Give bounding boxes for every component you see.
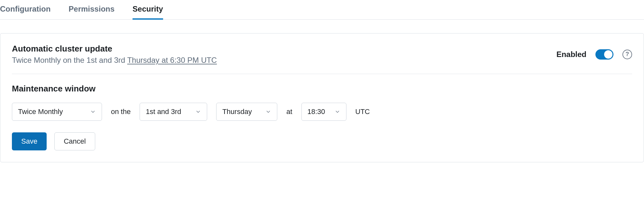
time-select[interactable]: 18:30 [301, 103, 346, 121]
chevron-down-icon [265, 109, 271, 115]
toggle-knob [604, 50, 612, 59]
time-value: 18:30 [308, 108, 325, 116]
word-at: at [286, 108, 292, 116]
maintenance-section: Maintenance window Twice Monthly on the … [12, 74, 632, 150]
panel-header: Automatic cluster update Twice Monthly o… [12, 44, 632, 74]
panel-header-left: Automatic cluster update Twice Monthly o… [12, 44, 217, 65]
save-button[interactable]: Save [12, 132, 47, 150]
panel-subtitle-prefix: Twice Monthly on the 1st and 3rd [12, 56, 127, 64]
panel-subtitle-link[interactable]: Thursday at 6:30 PM UTC [127, 56, 217, 64]
panel-title: Automatic cluster update [12, 44, 217, 54]
cancel-button[interactable]: Cancel [54, 132, 95, 150]
tab-security[interactable]: Security [133, 0, 163, 19]
frequency-value: Twice Monthly [18, 108, 63, 116]
maintenance-selects: Twice Monthly on the 1st and 3rd Thursda… [12, 103, 632, 121]
word-on-the: on the [111, 108, 131, 116]
panel-subtitle: Twice Monthly on the 1st and 3rd Thursda… [12, 56, 217, 65]
day-select[interactable]: Thursday [216, 103, 277, 121]
chevron-down-icon [195, 109, 201, 115]
toggle-label: Enabled [557, 50, 586, 59]
timezone-label: UTC [355, 108, 370, 116]
chevron-down-icon [335, 109, 340, 115]
help-icon[interactable]: ? [622, 50, 632, 59]
tab-configuration[interactable]: Configuration [0, 0, 51, 19]
enabled-toggle[interactable] [595, 49, 613, 60]
tab-bar: Configuration Permissions Security [0, 0, 644, 20]
ordinal-value: 1st and 3rd [146, 108, 181, 116]
ordinal-select[interactable]: 1st and 3rd [140, 103, 207, 121]
actions-row: Save Cancel [12, 132, 632, 150]
tab-permissions[interactable]: Permissions [69, 0, 115, 19]
chevron-down-icon [90, 109, 96, 115]
frequency-select[interactable]: Twice Monthly [12, 103, 102, 121]
security-panel: Automatic cluster update Twice Monthly o… [0, 33, 644, 162]
panel-header-right: Enabled ? [557, 49, 632, 60]
day-value: Thursday [222, 108, 252, 116]
maintenance-title: Maintenance window [12, 84, 632, 94]
